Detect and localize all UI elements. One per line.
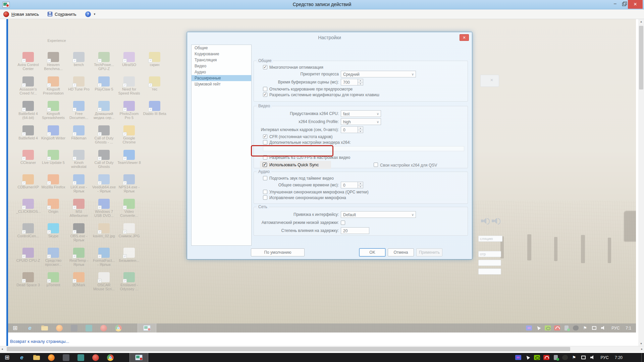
close-button[interactable]: ✕ — [628, 0, 643, 9]
click-highlight-box — [251, 145, 333, 157]
help-icon: ? — [85, 11, 91, 17]
horizontal-scrollbar[interactable]: ◂ ▸ — [0, 346, 644, 352]
settings-category-item[interactable]: Расширенные — [192, 75, 251, 81]
close-icon: ✕ — [634, 2, 637, 7]
dialog-close-button[interactable]: ✕ — [460, 34, 469, 41]
ie-taskbar-icon[interactable]: e — [17, 354, 26, 361]
vertical-scrollbar-thumb[interactable] — [639, 26, 643, 89]
settings-category-item[interactable]: Кодирование — [192, 51, 251, 57]
checkbox[interactable] — [263, 190, 267, 194]
firefox-taskbar-icon[interactable] — [48, 354, 55, 361]
quick-sync-checkbox[interactable]: ✓ — [263, 163, 267, 167]
spinner-down-icon[interactable]: ▾ — [358, 130, 363, 133]
checkbox[interactable] — [263, 140, 267, 144]
field-label: Автоматический режим низкой задержки: — [254, 220, 341, 225]
spinner-up-icon[interactable]: ▴ — [358, 182, 363, 185]
scroll-down-icon[interactable]: ▾ — [638, 342, 644, 345]
settings-category-item[interactable]: Аудио — [192, 69, 251, 75]
usb-tray-icon[interactable] — [554, 355, 558, 360]
checkbox-label: Улучшенная синхронизация микрофона (QPC … — [269, 190, 369, 194]
save-button[interactable]: Сохранить — [48, 12, 76, 17]
checkbox-label: Дополнительные настройки энкодера x264: — [269, 140, 351, 145]
back-to-top-link[interactable]: Возврат к началу страницы... — [10, 339, 69, 344]
number-spinner[interactable]: 0▴▾ — [341, 126, 363, 133]
settings-category-item[interactable]: Видео — [192, 63, 251, 69]
qsv-checkbox[interactable] — [374, 163, 378, 167]
new-record-button[interactable]: Новая запись — [3, 11, 39, 17]
settings-group: Общие✓Многопоточная оптимизацияПриоритет… — [254, 61, 468, 102]
network-tray-icon[interactable] — [581, 355, 587, 360]
title-bar: Средство записи действий – ✕ — [0, 0, 644, 9]
chevron-down-icon: ∨ — [412, 212, 414, 218]
steps-recorder-icon — [135, 355, 143, 360]
app-teal-taskbar-icon[interactable] — [77, 354, 84, 361]
apply-button: Применить — [416, 248, 442, 256]
checkbox[interactable] — [263, 176, 267, 180]
field-label: Общее смещение времени (мс): — [254, 183, 341, 187]
app-red-taskbar-icon[interactable] — [92, 354, 99, 361]
close-icon: ✕ — [463, 36, 466, 40]
dropdown[interactable]: Средний∨ — [341, 71, 416, 77]
settings-category-item[interactable]: Трансляция — [192, 57, 251, 63]
settings-category-list: ОбщиеКодированиеТрансляцияВидеоАудиоРасш… — [191, 45, 252, 246]
defaults-button[interactable]: По умолчанию — [251, 248, 305, 256]
minimize-button[interactable]: – — [611, 0, 619, 9]
field-label: Интервал ключевых кадров (сек, 0=авто): — [254, 127, 341, 132]
checkbox-label: Разрешить системные модификаторы для гор… — [269, 93, 379, 97]
text-input[interactable]: 20 — [341, 227, 369, 234]
horizontal-scrollbar-thumb[interactable] — [7, 347, 570, 351]
steps-recorder-taskbar-button[interactable] — [129, 353, 148, 362]
toolbar: Новая запись Сохранить ? ▾ — [0, 9, 644, 19]
checkbox[interactable]: ✓ — [263, 134, 267, 139]
spinner-up-icon[interactable]: ▴ — [358, 127, 363, 130]
app-dark-taskbar-icon[interactable] — [63, 354, 69, 361]
taskbar-app-icons: ⊞e — [0, 353, 148, 362]
ok-button[interactable]: OK — [359, 248, 385, 256]
settings-category-item[interactable]: Общие — [192, 45, 251, 51]
settings-group: СетьПривязка к интерфейсу:Default∨Автома… — [254, 207, 468, 236]
help-button[interactable]: ? ▾ — [85, 11, 96, 17]
group-title: Аудио — [257, 169, 271, 174]
restore-button[interactable] — [620, 0, 628, 9]
start-taskbar-icon[interactable]: ⊞ — [3, 354, 11, 361]
restore-icon-front — [622, 3, 626, 6]
group-title: Общие — [257, 58, 273, 63]
chevron-down-icon: ∨ — [377, 111, 379, 117]
show-desktop-button[interactable] — [641, 353, 644, 362]
dish-tray-icon[interactable] — [562, 355, 568, 360]
checkbox[interactable] — [341, 221, 345, 225]
cancel-button[interactable]: Отмена — [388, 248, 414, 256]
checkbox[interactable]: ✓ — [263, 65, 267, 69]
dropdown[interactable]: Default∨ — [341, 211, 416, 218]
cursor-tray-icon[interactable] — [525, 355, 531, 360]
folder-taskbar-icon[interactable] — [32, 354, 41, 361]
nvidia-tray-icon[interactable] — [534, 355, 540, 360]
dropdown[interactable]: fast∨ — [341, 110, 381, 117]
spinner-up-icon[interactable]: ▴ — [358, 79, 363, 82]
flag-tray-icon[interactable]: ⚑ — [571, 355, 577, 360]
record-icon — [3, 11, 9, 17]
chrome-taskbar-icon[interactable] — [107, 354, 114, 361]
checkbox-label: CFR (постоянная частота кадров) — [269, 134, 332, 139]
scroll-right-icon[interactable]: ▸ — [641, 347, 643, 351]
minimize-icon: – — [614, 1, 616, 6]
checkbox[interactable] — [263, 87, 267, 91]
language-indicator[interactable]: РУС — [599, 355, 610, 360]
scroll-up-icon[interactable]: ▴ — [638, 20, 644, 23]
checkbox-label: Исправление синхронизации микрофона — [269, 195, 346, 200]
display60-tray-icon[interactable]: 60 — [515, 355, 521, 360]
scroll-left-icon[interactable]: ◂ — [1, 347, 3, 351]
clock[interactable]: 7:20 — [613, 355, 624, 360]
settings-category-item[interactable]: Шумовой гейт — [192, 81, 251, 87]
avira-tray-icon[interactable] — [543, 355, 549, 360]
checkbox[interactable]: ✓ — [263, 93, 267, 97]
spinner-down-icon[interactable]: ▾ — [358, 185, 363, 188]
dropdown[interactable]: high∨ — [341, 118, 381, 125]
spinner-down-icon[interactable]: ▾ — [358, 82, 363, 85]
vertical-scrollbar[interactable]: ▴ ▾ — [638, 19, 644, 346]
checkbox[interactable] — [263, 195, 267, 200]
number-spinner[interactable]: 700▴▾ — [341, 79, 363, 85]
field-label: Предустановка x264 CPU: — [254, 111, 341, 116]
number-spinner[interactable]: 0▴▾ — [341, 182, 363, 188]
speaker-tray-icon[interactable] — [590, 355, 596, 360]
